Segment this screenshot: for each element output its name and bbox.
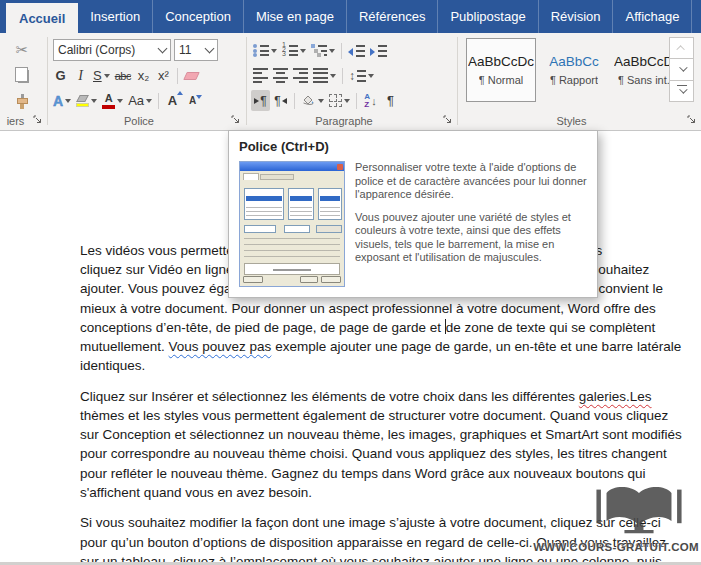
styles-scroll-up-button[interactable]: [669, 37, 694, 59]
group-styles: AaBbCcDc ¶ Normal AaBbCc ¶ Rapport AaBbC…: [458, 33, 701, 130]
change-case-button[interactable]: Aa: [126, 90, 154, 111]
align-left-button[interactable]: [251, 65, 270, 86]
sort-button[interactable]: AZ↓: [361, 90, 380, 111]
align-right-icon: [293, 68, 308, 84]
tab-references[interactable]: Références: [347, 0, 438, 33]
separator: [342, 68, 343, 84]
tab-conception[interactable]: Conception: [153, 0, 244, 33]
align-center-icon: [273, 68, 288, 84]
tab-publipostage[interactable]: Publipostage: [438, 0, 538, 33]
style-card-normal[interactable]: AaBbCcDc ¶ Normal: [466, 38, 536, 102]
document-line: mieux à votre document. Pour donner un a…: [80, 299, 682, 318]
styles-gallery-more-button[interactable]: [669, 80, 694, 102]
increase-indent-button[interactable]: [368, 40, 389, 61]
subscript-button[interactable]: x₂: [134, 65, 153, 86]
document-line: identiques.: [80, 356, 682, 375]
watermark-text: WWW.COURS-GRATUIT.COM: [533, 541, 699, 553]
align-left-icon: [253, 68, 268, 84]
document-line: Cliquez sur Insérer et sélectionnez les …: [80, 387, 682, 406]
show-formatting-marks-button[interactable]: ¶: [381, 90, 400, 111]
style-name: ¶ Rapport: [550, 74, 598, 86]
group-font: Calibri (Corps) 11 G I S abc x₂ x² A A A…: [49, 33, 245, 130]
separator: [177, 68, 178, 84]
dropdown-arrow-icon: [271, 49, 277, 53]
font-tooltip: Police (Ctrl+D) Personnaliser votre text…: [228, 130, 598, 298]
style-preview: AaBbCcDc: [468, 54, 534, 69]
grow-font-button[interactable]: A: [163, 90, 182, 111]
rtl-text-direction-button[interactable]: ¶: [271, 90, 290, 111]
shrink-font-icon: A: [189, 95, 196, 106]
group-clipboard: ✂ iers: [0, 33, 47, 130]
borders-icon: [329, 94, 342, 107]
style-name: ¶ Sans int...: [618, 74, 676, 86]
tab-developpeur[interactable]: Développeur: [692, 0, 701, 33]
align-right-button[interactable]: [291, 65, 310, 86]
styles-dialog-launcher[interactable]: [686, 114, 698, 126]
styles-scroll-down-button[interactable]: [669, 58, 694, 80]
tab-mise-en-page[interactable]: Mise en page: [244, 0, 347, 33]
chevron-up-icon: [676, 45, 684, 53]
tab-insertion[interactable]: Insertion: [78, 0, 153, 33]
format-painter-button[interactable]: [13, 91, 32, 112]
paint-bucket-icon: [301, 94, 316, 107]
line-spacing-icon: ↕: [349, 70, 366, 82]
align-center-button[interactable]: [271, 65, 290, 86]
paragraph-group-label: Paragraphe: [247, 115, 441, 127]
bullets-button[interactable]: [251, 40, 279, 61]
tab-accueil[interactable]: Accueil: [6, 3, 78, 33]
sort-icon: AZ↓: [364, 93, 376, 109]
decrease-indent-button[interactable]: [346, 40, 367, 61]
font-dialog-launcher[interactable]: [230, 114, 242, 126]
group-paragraph: ↕ ¶ ¶ AZ↓ ¶ Paragraphe: [247, 33, 457, 130]
decrease-indent-icon: [348, 44, 365, 57]
style-preview: AaBbCc: [549, 54, 599, 69]
styles-group-label: Styles: [458, 115, 685, 127]
font-name-value: Calibri (Corps): [58, 43, 135, 57]
document-line: conceptions d’en-tête, de pied de page, …: [80, 318, 682, 337]
text-effects-button[interactable]: A: [51, 90, 73, 111]
ltr-text-direction-button[interactable]: ¶: [251, 90, 270, 111]
dropdown-arrow-icon: [330, 74, 336, 78]
borders-button[interactable]: [327, 90, 352, 111]
font-name-combobox[interactable]: Calibri (Corps): [53, 39, 171, 61]
document-line: pour correspondre au nouveau thème chois…: [80, 444, 682, 463]
clear-formatting-button[interactable]: [182, 65, 201, 86]
pilcrow-icon: ¶: [387, 93, 394, 108]
change-case-label: Aa: [128, 93, 144, 108]
numbering-button[interactable]: [280, 40, 308, 61]
cut-button[interactable]: ✂: [13, 39, 32, 60]
multilevel-list-button[interactable]: [309, 40, 337, 61]
style-card-rapport[interactable]: AaBbCc ¶ Rapport: [539, 38, 609, 102]
text-highlight-button[interactable]: [74, 90, 99, 111]
clipboard-group-label: iers: [0, 115, 31, 127]
clipboard-dialog-launcher[interactable]: [32, 114, 44, 126]
proofing-squiggle: Vous pouvez pas: [169, 339, 272, 354]
bold-button[interactable]: G: [51, 65, 70, 86]
line-spacing-button[interactable]: ↕: [347, 65, 376, 86]
strikethrough-button[interactable]: abc: [113, 65, 133, 86]
dropdown-arrow-icon: [344, 99, 350, 103]
dropdown-arrow-icon: [368, 74, 374, 78]
copy-button[interactable]: [13, 65, 32, 86]
underline-button[interactable]: S: [91, 65, 112, 86]
scissors-icon: ✂: [16, 41, 29, 59]
tab-revision[interactable]: Révision: [539, 0, 614, 33]
group-separator: [47, 37, 48, 125]
font-size-combobox[interactable]: 11: [174, 39, 218, 61]
document-line: thèmes et les styles vous permettent éga…: [80, 406, 682, 425]
justify-button[interactable]: [311, 65, 338, 86]
font-group-label: Police: [49, 115, 229, 127]
font-color-button[interactable]: A: [100, 90, 125, 111]
paragraph-dialog-launcher[interactable]: [442, 114, 454, 126]
separator: [294, 93, 295, 109]
shading-button[interactable]: [299, 90, 326, 111]
tab-affichage[interactable]: Affichage: [613, 0, 692, 33]
shrink-font-button[interactable]: A: [183, 90, 202, 111]
superscript-button[interactable]: x²: [154, 65, 173, 86]
tooltip-text: Personnaliser votre texte à l'aide d'opt…: [355, 161, 587, 287]
document-line: mutuellement. Vous pouvez pas exemple aj…: [80, 337, 682, 356]
italic-button[interactable]: I: [71, 65, 90, 86]
dropdown-arrow-icon: [329, 49, 335, 53]
dropdown-arrow-icon: [104, 74, 110, 78]
format-painter-icon: [17, 94, 28, 109]
